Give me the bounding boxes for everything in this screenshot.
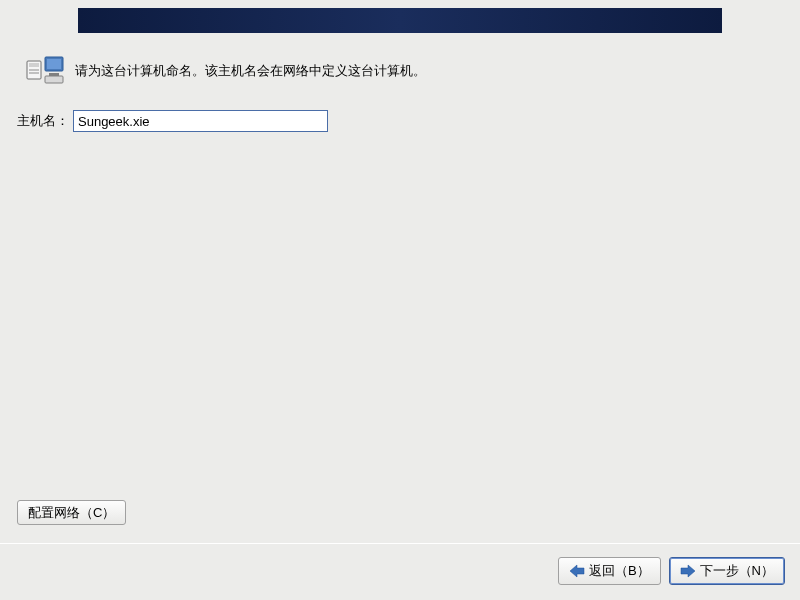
- back-button[interactable]: 返回（B）: [558, 557, 661, 585]
- description-text: 请为这台计算机命名。该主机名会在网络中定义这台计算机。: [75, 62, 426, 80]
- arrow-left-icon: [569, 564, 585, 578]
- arrow-right-icon: [680, 564, 696, 578]
- configure-network-label: 配置网络（C）: [28, 505, 115, 520]
- configure-network-button[interactable]: 配置网络（C）: [17, 500, 126, 525]
- separator-line: [0, 543, 800, 544]
- svg-rect-2: [29, 69, 39, 71]
- next-button-label: 下一步（N）: [700, 562, 774, 580]
- svg-rect-3: [29, 72, 39, 74]
- next-button[interactable]: 下一步（N）: [669, 557, 785, 585]
- hostname-input[interactable]: [73, 110, 328, 132]
- svg-rect-1: [29, 63, 39, 67]
- svg-rect-5: [47, 59, 61, 69]
- nav-buttons: 返回（B） 下一步（N）: [558, 557, 785, 585]
- hostname-label: 主机名：: [17, 112, 69, 130]
- hostname-row: 主机名：: [17, 110, 328, 132]
- back-button-label: 返回（B）: [589, 562, 650, 580]
- description-row: 请为这台计算机命名。该主机名会在网络中定义这台计算机。: [25, 55, 426, 87]
- svg-rect-7: [45, 76, 63, 83]
- header-banner: [78, 8, 722, 33]
- computer-network-icon: [25, 55, 65, 87]
